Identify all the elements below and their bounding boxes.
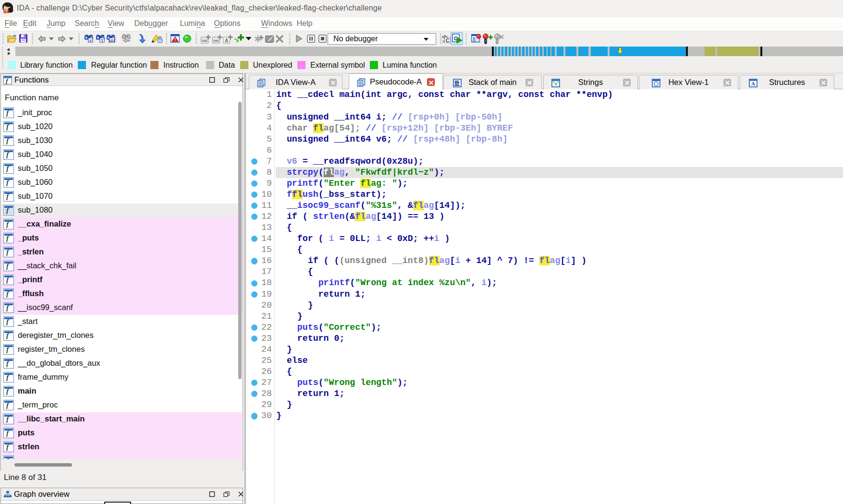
svg-text:A: A: [225, 38, 228, 43]
svg-text:101: 101: [109, 38, 115, 43]
svg-text:C: C: [446, 38, 449, 43]
svg-text:CODE: CODE: [202, 39, 208, 42]
svg-text:DATA: DATA: [213, 39, 220, 42]
svg-text:#: #: [89, 38, 92, 43]
svg-text:T: T: [101, 38, 103, 43]
svg-text:64: 64: [3, 8, 9, 15]
